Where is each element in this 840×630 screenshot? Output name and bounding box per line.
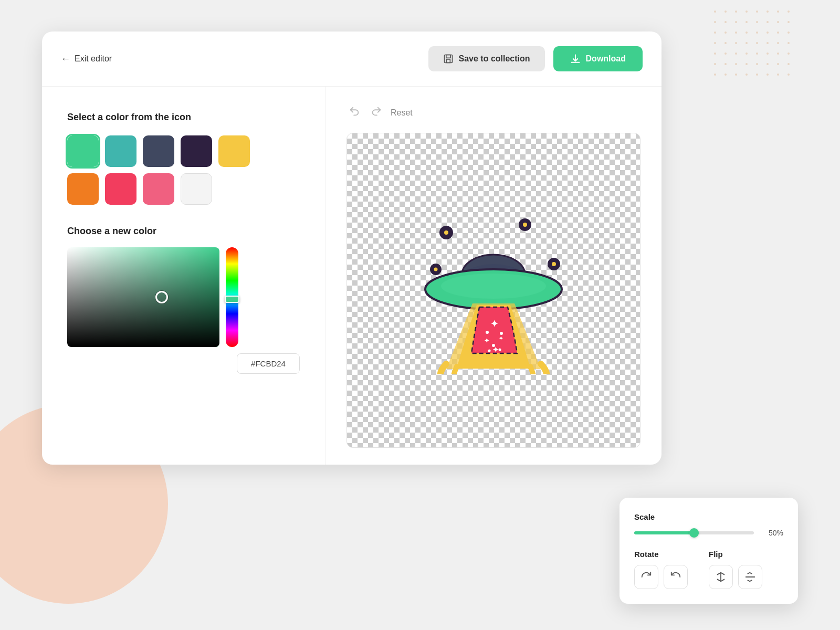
- save-icon: [443, 54, 454, 64]
- icon-canvas: ✦ ✦ ✦ ✦: [346, 133, 640, 448]
- svg-point-19: [486, 331, 489, 334]
- hex-input[interactable]: [237, 353, 300, 374]
- color-swatch-pink[interactable]: [143, 173, 174, 205]
- right-panel: Reset: [326, 87, 662, 465]
- hue-thumb[interactable]: [225, 296, 239, 303]
- rotate-buttons: [634, 565, 688, 589]
- color-section-title: Select a color from the icon: [67, 112, 300, 123]
- color-swatch-navy[interactable]: [143, 135, 174, 167]
- scale-label: Scale: [634, 512, 783, 521]
- scale-slider-thumb[interactable]: [689, 528, 699, 538]
- flip-horizontal-button[interactable]: [709, 565, 733, 589]
- rotate-ccw-button[interactable]: [664, 565, 688, 589]
- scale-section: Scale 50%: [634, 512, 783, 537]
- scale-value: 50%: [762, 529, 783, 537]
- rotate-cw-button[interactable]: [634, 565, 658, 589]
- flip-vertical-button[interactable]: [738, 565, 762, 589]
- svg-point-22: [488, 350, 491, 352]
- color-swatch-teal-dark[interactable]: [105, 135, 136, 167]
- rotate-label: Rotate: [634, 550, 688, 559]
- scale-row: 50%: [634, 529, 783, 537]
- editor-body: Select a color from the icon Choose a ne…: [42, 87, 662, 465]
- color-row-2: [67, 173, 300, 205]
- download-button[interactable]: Download: [553, 46, 643, 71]
- svg-point-23: [499, 349, 501, 351]
- svg-point-20: [500, 332, 503, 335]
- editor-header: ← Exit editor Save to collection Downloa…: [42, 32, 662, 87]
- canvas-toolbar: Reset: [346, 103, 640, 122]
- exit-editor-label: Exit editor: [75, 54, 112, 64]
- redo-button[interactable]: [369, 103, 384, 122]
- svg-rect-2: [446, 59, 450, 63]
- color-swatch-dark-purple[interactable]: [181, 135, 212, 167]
- rotate-section: Rotate: [634, 550, 688, 589]
- dot-grid-decoration: [714, 10, 798, 84]
- save-collection-button[interactable]: Save to collection: [428, 46, 545, 71]
- flip-section: Flip: [709, 550, 762, 589]
- svg-point-9: [434, 268, 438, 271]
- color-swatch-yellow[interactable]: [218, 135, 250, 167]
- scale-slider-track[interactable]: [634, 531, 754, 534]
- color-swatch-white[interactable]: [181, 173, 212, 205]
- editor-card: ← Exit editor Save to collection Downloa…: [42, 32, 662, 465]
- flip-label: Flip: [709, 550, 762, 559]
- svg-point-21: [492, 344, 495, 347]
- save-collection-label: Save to collection: [459, 54, 530, 64]
- svg-point-10: [552, 262, 556, 266]
- gradient-dark-overlay: [67, 247, 219, 347]
- scale-slider-fill: [634, 531, 694, 534]
- svg-point-8: [523, 223, 527, 227]
- color-swatch-orange[interactable]: [67, 173, 99, 205]
- color-picker-circle[interactable]: [155, 291, 168, 303]
- choose-color-title: Choose a new color: [67, 226, 300, 237]
- svg-point-7: [444, 230, 448, 235]
- svg-text:✦: ✦: [484, 337, 489, 344]
- svg-rect-1: [446, 55, 450, 58]
- reset-button[interactable]: Reset: [391, 108, 413, 118]
- svg-text:✦: ✦: [499, 335, 503, 341]
- color-picker[interactable]: [67, 247, 300, 347]
- color-swatch-teal-light[interactable]: [67, 135, 99, 167]
- left-panel: Select a color from the icon Choose a ne…: [42, 87, 326, 465]
- svg-point-14: [441, 274, 546, 299]
- chevron-left-icon: ←: [61, 54, 70, 65]
- ufo-illustration: ✦ ✦ ✦ ✦: [404, 206, 583, 374]
- exit-editor-button[interactable]: ← Exit editor: [61, 54, 112, 65]
- color-gradient-canvas[interactable]: [67, 247, 219, 347]
- hue-slider[interactable]: [226, 247, 238, 347]
- color-swatch-red[interactable]: [105, 173, 136, 205]
- download-icon: [570, 54, 581, 64]
- download-label: Download: [586, 54, 626, 64]
- color-row-1: [67, 135, 300, 167]
- rotate-flip-row: Rotate Flip: [634, 550, 783, 589]
- controls-card: Scale 50% Rotate: [620, 498, 798, 604]
- undo-button[interactable]: [346, 103, 362, 122]
- header-actions: Save to collection Download: [428, 46, 643, 71]
- svg-text:✦: ✦: [490, 319, 498, 329]
- flip-buttons: [709, 565, 762, 589]
